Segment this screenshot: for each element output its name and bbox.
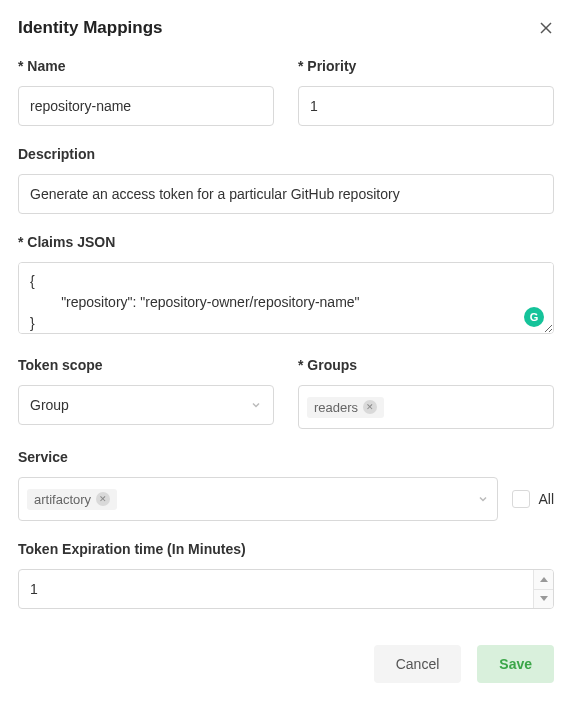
dialog-footer: Cancel Save xyxy=(18,645,554,683)
name-input[interactable] xyxy=(18,86,274,126)
priority-field-group: * Priority xyxy=(298,58,554,126)
chevron-down-icon xyxy=(477,493,489,505)
expiration-input[interactable] xyxy=(18,569,554,609)
claims-label: * Claims JSON xyxy=(18,234,554,250)
description-input[interactable] xyxy=(18,174,554,214)
service-tag-label: artifactory xyxy=(34,492,91,507)
svg-marker-3 xyxy=(540,596,548,601)
group-tag-label: readers xyxy=(314,400,358,415)
chevron-down-icon xyxy=(250,399,262,411)
all-checkbox[interactable] xyxy=(512,490,530,508)
spinner-up-button[interactable] xyxy=(534,570,553,590)
groups-label: * Groups xyxy=(298,357,554,373)
priority-label: * Priority xyxy=(298,58,554,74)
scope-value: Group xyxy=(30,397,69,413)
all-checkbox-group: All xyxy=(512,490,554,508)
service-label: Service xyxy=(18,449,554,465)
priority-input[interactable] xyxy=(298,86,554,126)
claims-field-group: * Claims JSON { "repository": "repositor… xyxy=(18,234,554,337)
service-field-group: Service artifactory ✕ All xyxy=(18,449,554,521)
expiration-field-group: Token Expiration time (In Minutes) xyxy=(18,541,554,609)
claims-json-textarea[interactable]: { "repository": "repository-owner/reposi… xyxy=(18,262,554,334)
scope-label: Token scope xyxy=(18,357,274,373)
description-field-group: Description xyxy=(18,146,554,214)
close-icon[interactable] xyxy=(538,20,554,36)
scope-select[interactable]: Group xyxy=(18,385,274,425)
name-label: * Name xyxy=(18,58,274,74)
groups-input[interactable]: readers ✕ xyxy=(298,385,554,429)
expiration-label: Token Expiration time (In Minutes) xyxy=(18,541,554,557)
group-tag: readers ✕ xyxy=(307,397,384,418)
svg-marker-2 xyxy=(540,577,548,582)
service-select[interactable]: artifactory ✕ xyxy=(18,477,498,521)
dialog-header: Identity Mappings xyxy=(18,18,554,38)
scope-field-group: Token scope Group xyxy=(18,357,274,429)
name-field-group: * Name xyxy=(18,58,274,126)
all-label: All xyxy=(538,491,554,507)
spinner-down-button[interactable] xyxy=(534,590,553,609)
dialog-title: Identity Mappings xyxy=(18,18,163,38)
tag-remove-icon[interactable]: ✕ xyxy=(363,400,377,414)
save-button[interactable]: Save xyxy=(477,645,554,683)
cancel-button[interactable]: Cancel xyxy=(374,645,462,683)
description-label: Description xyxy=(18,146,554,162)
tag-remove-icon[interactable]: ✕ xyxy=(96,492,110,506)
groups-field-group: * Groups readers ✕ xyxy=(298,357,554,429)
service-tag: artifactory ✕ xyxy=(27,489,117,510)
